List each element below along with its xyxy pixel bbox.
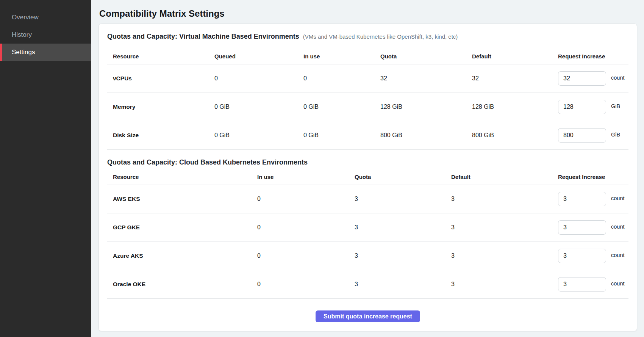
- in-use-value: 0: [257, 196, 355, 202]
- queued-value: 0: [214, 75, 303, 82]
- column-header-request-increase: Request Increase: [558, 174, 628, 180]
- default-value: 800 GiB: [472, 132, 558, 139]
- table-row-aws-eks: AWS EKS 0 3 3 count: [107, 185, 628, 213]
- column-header-resource: Resource: [113, 53, 214, 60]
- resource-name: GCP GKE: [113, 224, 257, 231]
- in-use-value: 0 GiB: [303, 132, 380, 139]
- sidebar: Overview History Settings: [0, 0, 91, 337]
- column-header-request-increase: Request Increase: [558, 53, 628, 60]
- table-row-oracle-oke: Oracle OKE 0 3 3 count: [107, 270, 628, 299]
- queued-value: 0 GiB: [214, 103, 303, 110]
- request-increase-cell: GiB: [558, 100, 628, 114]
- quota-value: 3: [355, 224, 451, 231]
- table-row-vcpus: vCPUs 0 0 32 32 count: [107, 64, 628, 93]
- unit-label: GiB: [611, 132, 620, 138]
- quota-value: 800 GiB: [380, 132, 472, 139]
- submit-quota-increase-button[interactable]: Submit quota increase request: [316, 310, 420, 322]
- sidebar-item-label: History: [12, 31, 32, 39]
- default-value: 3: [451, 252, 558, 259]
- column-header-queued: Queued: [214, 53, 303, 60]
- request-increase-cell: count: [558, 249, 628, 263]
- column-header-in-use: In use: [303, 53, 380, 60]
- column-header-resource: Resource: [113, 174, 257, 180]
- unit-label: count: [611, 224, 624, 230]
- vm-section-header: Quotas and Capacity: Virtual Machine Bas…: [107, 32, 628, 41]
- quota-value: 3: [355, 252, 451, 259]
- vm-section-title: Quotas and Capacity: Virtual Machine Bas…: [107, 32, 299, 41]
- resource-name: vCPUs: [113, 75, 214, 82]
- in-use-value: 0: [257, 252, 355, 259]
- cloud-section-title: Quotas and Capacity: Cloud Based Kuberne…: [107, 158, 308, 166]
- settings-card: Quotas and Capacity: Virtual Machine Bas…: [98, 24, 637, 331]
- oracle-oke-request-input[interactable]: [558, 277, 606, 292]
- request-increase-cell: count: [558, 71, 628, 86]
- resource-name: Oracle OKE: [113, 281, 257, 288]
- resource-name: Azure AKS: [113, 252, 257, 259]
- default-value: 32: [472, 75, 558, 82]
- default-value: 3: [451, 224, 558, 231]
- vm-table-header: Resource Queued In use Quota Default Req…: [107, 49, 628, 64]
- cloud-table-header: Resource In use Quota Default Request In…: [107, 169, 628, 185]
- table-row-gcp-gke: GCP GKE 0 3 3 count: [107, 213, 628, 242]
- submit-button-row: Submit quota increase request: [107, 310, 628, 322]
- unit-label: count: [611, 252, 624, 258]
- gcp-gke-request-input[interactable]: [558, 220, 606, 235]
- azure-aks-request-input[interactable]: [558, 249, 606, 263]
- table-row-disk-size: Disk Size 0 GiB 0 GiB 800 GiB 800 GiB Gi…: [107, 121, 628, 150]
- request-increase-cell: GiB: [558, 128, 628, 143]
- table-row-memory: Memory 0 GiB 0 GiB 128 GiB 128 GiB GiB: [107, 93, 628, 121]
- default-value: 3: [451, 281, 558, 288]
- sidebar-item-overview[interactable]: Overview: [0, 9, 91, 26]
- aws-eks-request-input[interactable]: [558, 192, 606, 206]
- column-header-default: Default: [451, 174, 558, 180]
- cloud-section-header: Quotas and Capacity: Cloud Based Kuberne…: [107, 158, 628, 166]
- unit-label: count: [611, 195, 624, 201]
- memory-request-input[interactable]: [558, 100, 606, 114]
- column-header-in-use: In use: [257, 174, 355, 180]
- column-header-default: Default: [472, 53, 558, 60]
- vcpus-request-input[interactable]: [558, 71, 606, 86]
- sidebar-item-settings[interactable]: Settings: [0, 44, 91, 61]
- quota-value: 3: [355, 281, 451, 288]
- vm-section-subtitle: (VMs and VM-based Kubernetes like OpenSh…: [303, 33, 458, 40]
- column-header-quota: Quota: [380, 53, 472, 60]
- in-use-value: 0: [303, 75, 380, 82]
- table-row-azure-aks: Azure AKS 0 3 3 count: [107, 242, 628, 270]
- sidebar-item-label: Overview: [12, 14, 39, 21]
- default-value: 3: [451, 196, 558, 202]
- in-use-value: 0: [257, 224, 355, 231]
- column-header-quota: Quota: [355, 174, 451, 180]
- quota-value: 3: [355, 196, 451, 202]
- unit-label: count: [611, 75, 624, 81]
- page-title: Compatibility Matrix Settings: [99, 8, 637, 19]
- quota-value: 32: [380, 75, 472, 82]
- resource-name: AWS EKS: [113, 196, 257, 202]
- resource-name: Memory: [113, 103, 214, 110]
- unit-label: count: [611, 281, 624, 287]
- resource-name: Disk Size: [113, 132, 214, 139]
- queued-value: 0 GiB: [214, 132, 303, 139]
- request-increase-cell: count: [558, 192, 628, 206]
- in-use-value: 0: [257, 281, 355, 288]
- quota-value: 128 GiB: [380, 103, 472, 110]
- sidebar-item-history[interactable]: History: [0, 26, 91, 44]
- unit-label: GiB: [611, 103, 620, 109]
- request-increase-cell: count: [558, 277, 628, 292]
- default-value: 128 GiB: [472, 103, 558, 110]
- main-content: Compatibility Matrix Settings Quotas and…: [91, 0, 644, 337]
- sidebar-item-label: Settings: [12, 49, 35, 56]
- disk-size-request-input[interactable]: [558, 128, 606, 143]
- request-increase-cell: count: [558, 220, 628, 235]
- in-use-value: 0 GiB: [303, 103, 380, 110]
